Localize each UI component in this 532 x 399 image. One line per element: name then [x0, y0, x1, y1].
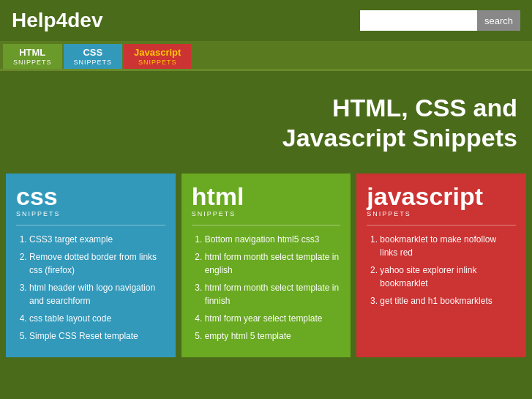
- card-js-divider: [367, 225, 516, 225]
- card-css-list: CSS3 target example Remove dotted border…: [16, 233, 165, 343]
- tab-html[interactable]: HTML SNIPPETS: [3, 44, 62, 69]
- list-item: html form year select template: [205, 312, 341, 325]
- list-item: Remove dotted border from links css (fir…: [29, 250, 165, 277]
- hero: HTML, CSS andJavascript Snippets: [0, 71, 532, 168]
- card-css-divider: [16, 225, 165, 225]
- list-item: empty html 5 template: [205, 329, 341, 343]
- list-link[interactable]: Bottom navigation html5 css3: [205, 234, 320, 245]
- tab-html-label: HTML: [19, 47, 45, 59]
- card-css-title: css: [16, 184, 165, 209]
- card-js-sub: SNIPPETS: [367, 210, 516, 217]
- list-link[interactable]: html form month select template in engli…: [205, 252, 339, 275]
- list-item: css table layout code: [29, 312, 165, 325]
- list-link[interactable]: Simple CSS Reset template: [29, 331, 138, 341]
- nav-tabs: HTML SNIPPETS CSS SNIPPETS Javascript SN…: [0, 41, 532, 71]
- search-area: search: [360, 10, 520, 31]
- card-html-list: Bottom navigation html5 css3 html form m…: [192, 233, 341, 343]
- list-link[interactable]: get title and h1 bookmarklets: [380, 296, 492, 306]
- header: Help4dev search: [0, 0, 532, 41]
- card-html-title: html: [192, 184, 341, 209]
- list-link[interactable]: CSS3 target example: [29, 234, 113, 245]
- list-item: get title and h1 bookmarklets: [380, 294, 516, 307]
- list-link[interactable]: html header with logo navigation and sea…: [29, 283, 155, 306]
- card-js-title: javascript: [367, 184, 516, 209]
- list-link[interactable]: css table layout code: [29, 313, 111, 324]
- card-javascript: javascript SNIPPETS bookmarklet to make …: [356, 174, 526, 357]
- tab-js-sub: SNIPPETS: [138, 59, 177, 67]
- card-js-list: bookmarklet to make nofollow links red y…: [367, 233, 516, 307]
- list-item: html form month select template in finni…: [205, 281, 341, 307]
- list-item: bookmarklet to make nofollow links red: [380, 233, 516, 259]
- list-link[interactable]: html form year select template: [205, 313, 323, 324]
- tab-js-label: Javascript: [134, 47, 181, 59]
- list-link[interactable]: Remove dotted border from links css (fir…: [29, 252, 157, 275]
- list-item: html header with logo navigation and sea…: [29, 281, 165, 307]
- tab-css-label: CSS: [83, 47, 102, 59]
- card-css: css SNIPPETS CSS3 target example Remove …: [6, 174, 176, 357]
- list-link[interactable]: yahoo site explorer inlink bookmarklet: [380, 265, 476, 288]
- logo: Help4dev: [12, 9, 103, 32]
- search-input[interactable]: [360, 10, 477, 31]
- card-html: html SNIPPETS Bottom navigation html5 cs…: [181, 174, 351, 357]
- list-item: CSS3 target example: [29, 233, 165, 246]
- list-link[interactable]: empty html 5 template: [205, 331, 291, 341]
- card-css-sub: SNIPPETS: [16, 210, 165, 217]
- cards-row: css SNIPPETS CSS3 target example Remove …: [0, 168, 532, 366]
- tab-css[interactable]: CSS SNIPPETS: [64, 44, 123, 69]
- card-html-sub: SNIPPETS: [192, 210, 341, 217]
- card-html-divider: [192, 225, 341, 225]
- tab-css-sub: SNIPPETS: [74, 59, 113, 67]
- list-item: yahoo site explorer inlink bookmarklet: [380, 264, 516, 290]
- search-button[interactable]: search: [477, 10, 520, 31]
- hero-title: HTML, CSS andJavascript Snippets: [15, 93, 517, 153]
- list-link[interactable]: html form month select template in finni…: [205, 283, 339, 306]
- list-link[interactable]: bookmarklet to make nofollow links red: [380, 234, 496, 258]
- list-item: Bottom navigation html5 css3: [205, 233, 341, 246]
- list-item: Simple CSS Reset template: [29, 329, 165, 343]
- list-item: html form month select template in engli…: [205, 250, 341, 277]
- tab-html-sub: SNIPPETS: [13, 59, 52, 67]
- tab-javascript[interactable]: Javascript SNIPPETS: [124, 44, 191, 69]
